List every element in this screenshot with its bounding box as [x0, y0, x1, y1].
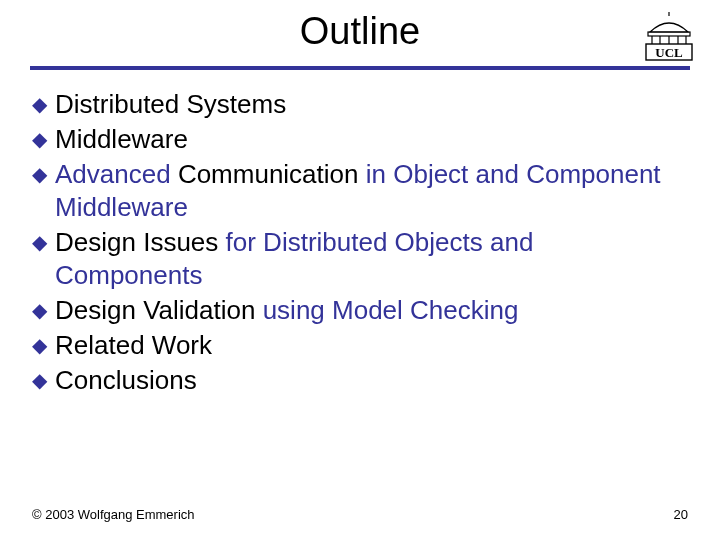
list-item: ◆ Advanced Communication in Object and C…: [32, 158, 672, 224]
title-underline: [30, 66, 690, 70]
diamond-bullet-icon: ◆: [32, 158, 47, 191]
copyright: © 2003 Wolfgang Emmerich: [32, 507, 195, 522]
slide: Outline UCL ◆ Distributed Systems ◆ Mid: [0, 0, 720, 540]
list-item: ◆ Distributed Systems: [32, 88, 672, 121]
bullet-text: Design Issues for Distributed Objects an…: [55, 226, 672, 292]
list-item: ◆ Design Issues for Distributed Objects …: [32, 226, 672, 292]
bullet-text: Middleware: [55, 123, 188, 156]
list-item: ◆ Design Validation using Model Checking: [32, 294, 672, 327]
diamond-bullet-icon: ◆: [32, 329, 47, 362]
bullet-text: Related Work: [55, 329, 212, 362]
bullet-text: Distributed Systems: [55, 88, 286, 121]
ucl-logo: UCL: [640, 12, 698, 62]
svg-rect-1: [648, 32, 690, 36]
logo-text: UCL: [655, 45, 683, 60]
bullet-list: ◆ Distributed Systems ◆ Middleware ◆ Adv…: [32, 88, 672, 399]
page-number: 20: [674, 507, 688, 522]
diamond-bullet-icon: ◆: [32, 123, 47, 156]
diamond-bullet-icon: ◆: [32, 226, 47, 259]
list-item: ◆ Related Work: [32, 329, 672, 362]
bullet-text: Conclusions: [55, 364, 197, 397]
diamond-bullet-icon: ◆: [32, 294, 47, 327]
list-item: ◆ Middleware: [32, 123, 672, 156]
list-item: ◆ Conclusions: [32, 364, 672, 397]
slide-title: Outline: [0, 10, 720, 53]
diamond-bullet-icon: ◆: [32, 364, 47, 397]
diamond-bullet-icon: ◆: [32, 88, 47, 121]
bullet-text: Advanced Communication in Object and Com…: [55, 158, 672, 224]
bullet-text: Design Validation using Model Checking: [55, 294, 518, 327]
